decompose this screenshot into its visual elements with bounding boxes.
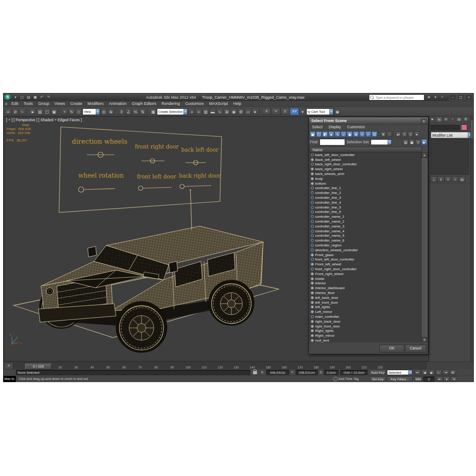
minimize-button[interactable]: – (449, 94, 457, 100)
schematic-view-icon[interactable]: ⊞ (223, 108, 230, 115)
pin-stack-button[interactable]: ⊥ (431, 176, 437, 182)
scene-item[interactable]: controller_line_3 (309, 195, 422, 200)
auto-key-button[interactable]: Auto Key (369, 370, 386, 375)
column-chooser-icon[interactable]: ▥ (403, 139, 409, 145)
scene-item[interactable]: direction_wheels_controller (309, 248, 422, 253)
plane-constraint-arrow-icon[interactable]: ▾ (299, 108, 306, 115)
display-spacewarps-icon[interactable]: ≈ (359, 131, 365, 137)
add-time-tag[interactable]: ◔Add Time Tag (333, 376, 359, 382)
display-bones-icon[interactable]: ⌐ (365, 131, 371, 137)
scene-item[interactable]: controller_name_1 (309, 214, 422, 219)
select-and-link-icon[interactable]: ∞ (5, 108, 11, 115)
scene-item[interactable]: interior (309, 281, 422, 286)
set-key-button[interactable]: Set Key (369, 376, 386, 382)
cam-tool-combo[interactable]: ty Cam Tool▾ (306, 108, 334, 115)
infocenter-search[interactable] (369, 94, 424, 100)
scene-item[interactable]: controller_name_6 (309, 238, 422, 243)
time-units-button[interactable]: MM (414, 376, 422, 382)
scene-item[interactable]: interior_dashboard (309, 286, 422, 290)
utilities-tab[interactable]: ⚙ (462, 116, 469, 123)
save-file-icon[interactable]: ▣ (32, 95, 38, 100)
select-and-manipulate-icon[interactable]: ⊕ (108, 108, 114, 115)
scroll-up-icon[interactable]: ▲ (422, 152, 427, 158)
menu-tools[interactable]: Tools (21, 101, 36, 107)
chevron-down-icon[interactable]: ▾ (408, 370, 412, 375)
dialog-toolbar-arrow-icon[interactable]: ▾ (414, 131, 420, 137)
menu-edit[interactable]: Edit (9, 101, 21, 107)
align-icon[interactable]: ≡ (195, 108, 202, 115)
scene-item[interactable]: Right_lights (309, 328, 422, 333)
scene-item[interactable]: back_left_door_controller (309, 152, 422, 157)
go-to-start-button[interactable]: ⇤ (414, 370, 421, 375)
angle-snap-icon[interactable]: ∠ (125, 108, 132, 115)
new-scene-icon[interactable]: ▢ (19, 95, 25, 100)
name-column-header[interactable]: Name (309, 147, 422, 152)
scene-item[interactable]: controller_region (309, 243, 422, 248)
time-slider[interactable]: 0 / 225 (25, 364, 52, 370)
display-all-icon[interactable]: ▣ (310, 131, 316, 137)
display-containers-icon[interactable]: ⊡ (372, 131, 377, 137)
display-tab[interactable]: ▤ (456, 116, 462, 123)
chevron-down-icon[interactable]: ▾ (387, 140, 391, 145)
save-filter-icon[interactable]: ▣ (409, 139, 415, 145)
display-geometry-icon[interactable]: ● (328, 131, 334, 137)
frame-forward-button[interactable]: ⇥ (450, 376, 457, 382)
object-name-field[interactable] (431, 125, 460, 130)
key-filters-button[interactable]: Key Filters... (387, 376, 413, 382)
create-selection-set-combo[interactable]: Create Selection Se▾ (157, 108, 188, 115)
maxscript-mini-listener[interactable]: Max to (4, 376, 16, 382)
restore-button[interactable]: ▢ (457, 94, 465, 100)
hierarchy-tab[interactable]: ⊟ (443, 116, 449, 123)
scene-item[interactable]: back_right_wheel (309, 167, 422, 171)
advanced-filter-icon[interactable]: ▽ (415, 139, 421, 145)
display-frozen-icon[interactable]: ❄ (380, 131, 386, 137)
restrict-plane-button[interactable]: XY (290, 108, 299, 115)
y-coordinate-field[interactable]: 208,511cm (296, 370, 318, 375)
max-logo-icon[interactable]: S (4, 94, 11, 100)
undo-icon[interactable]: ↶ (39, 95, 45, 100)
restrict-z-button[interactable]: Z (281, 108, 290, 115)
dialog-menu-icon[interactable]: ▾ (421, 119, 427, 124)
scrollbar-thumb[interactable] (422, 158, 427, 337)
display-helpers-icon[interactable]: ⊕ (353, 131, 359, 137)
scene-item[interactable]: left_back_door (309, 295, 422, 300)
menu-customize[interactable]: Customize (182, 101, 207, 107)
menu-modifiers[interactable]: Modifiers (85, 101, 106, 107)
cancel-button[interactable]: Cancel (405, 345, 426, 353)
percent-snap-icon[interactable]: % (132, 108, 139, 115)
menu-animation[interactable]: Animation (106, 101, 129, 107)
x-coordinate-field[interactable]: 448,9313c (266, 370, 289, 375)
selection-set-combo[interactable]: ▾ (371, 139, 392, 145)
open-mini-curve-editor-button[interactable]: ≡ (4, 363, 13, 369)
scene-item[interactable]: bottom (309, 181, 422, 186)
scene-item[interactable]: back_right_door_controller (309, 162, 422, 167)
menu-rendering[interactable]: Rendering (159, 101, 183, 107)
snaps-toggle-icon[interactable]: 3 (118, 108, 125, 115)
key-mode-toggle-button[interactable]: ⇤ (436, 376, 443, 382)
modifier-list-dropdown[interactable]: Modifier List ▾ (431, 132, 472, 138)
display-none-icon[interactable]: ▢ (316, 131, 322, 137)
go-to-end-button[interactable]: ⇥ (443, 370, 449, 375)
make-unique-button[interactable]: Y (445, 176, 451, 182)
rendered-frame-window-icon[interactable]: ▭ (245, 108, 251, 115)
create-tab[interactable]: ► (429, 116, 436, 123)
display-hidden-icon[interactable]: ◌ (387, 131, 392, 137)
play-button[interactable]: ▶ (428, 370, 435, 375)
scene-item[interactable]: front_right_door_controller (309, 267, 422, 271)
layer-manager-icon[interactable]: ▥ (202, 108, 209, 115)
remove-modifier-button[interactable]: × (452, 176, 458, 182)
select-and-move-icon[interactable]: + (61, 108, 68, 115)
scene-item[interactable]: Back_left_wheel (309, 157, 422, 162)
render-setup-icon[interactable]: ⚙ (238, 108, 244, 115)
ok-button[interactable]: OK (379, 345, 404, 353)
curve-editor-icon[interactable]: ∿ (216, 108, 223, 115)
menu-help[interactable]: Help (231, 101, 244, 107)
scene-item[interactable]: controller_line_5 (309, 205, 422, 210)
menu-maxscript[interactable]: MAXScript (207, 101, 231, 107)
material-editor-icon[interactable]: ◉ (231, 108, 237, 115)
favorites-star-icon[interactable]: ★ (426, 95, 432, 100)
list-scrollbar[interactable]: ▲ ▼ (421, 152, 428, 342)
scene-item[interactable]: Right_mirror (309, 333, 422, 338)
chevron-down-icon[interactable]: ▾ (183, 109, 187, 115)
close-button[interactable]: × (465, 94, 472, 100)
